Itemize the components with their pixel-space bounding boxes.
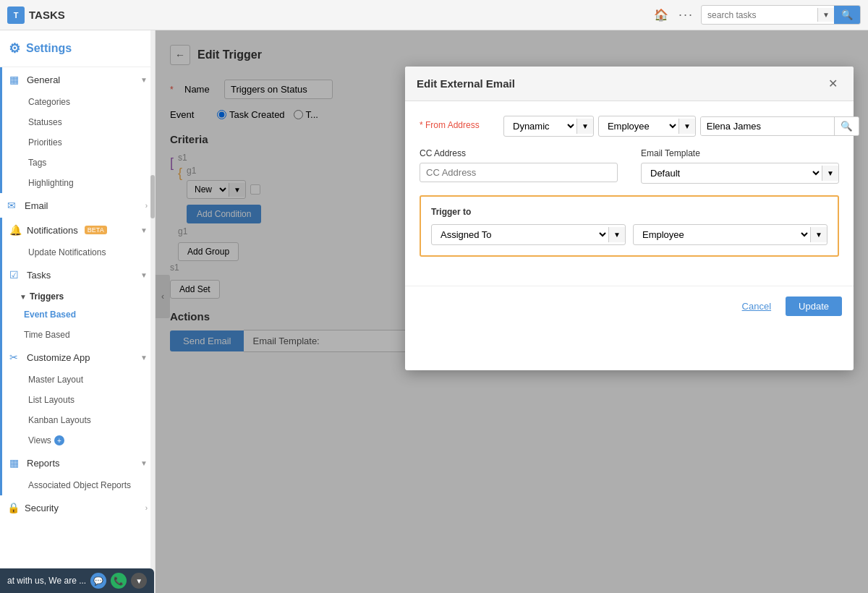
beta-badge: BETA [85, 226, 107, 234]
sidebar-label-email: Email [25, 200, 48, 211]
chevron-down-icon2: ▼ [140, 226, 148, 234]
reports-icon: ▦ [9, 457, 22, 469]
sidebar-item-associated-reports[interactable]: Associated Object Reports [2, 475, 155, 495]
app-logo: T TASKS [7, 7, 65, 24]
sidebar-item-event-based[interactable]: Event Based [2, 304, 155, 325]
from-employee-select-container: Employee ▼ [598, 116, 696, 137]
sidebar-item-customize[interactable]: ✂ Customize App ▼ [2, 345, 155, 370]
modal-overlay: Edit External Email ✕ * From Address [156, 30, 868, 593]
from-address-group: Dynamic ▼ Employee ▼ [503, 116, 859, 137]
sidebar-item-security[interactable]: 🔒 Security › [0, 495, 155, 520]
from-type-select[interactable]: Dynamic [504, 116, 576, 136]
chevron-down-icon3: ▼ [140, 271, 148, 279]
trigger-employee-select-container: Employee ▼ [633, 224, 827, 245]
sidebar-item-update-notifications[interactable]: Update Notifications [2, 242, 155, 263]
sidebar-item-statuses[interactable]: Statuses [2, 112, 155, 132]
more-icon[interactable]: ··· [678, 7, 694, 22]
sidebar-section-reports: ▦ Reports ▼ Associated Object Reports [0, 451, 155, 495]
cc-address-input[interactable] [420, 163, 618, 182]
sidebar-item-notifications[interactable]: 🔔 Notifications BETA ▼ [2, 218, 155, 242]
sidebar-item-reports[interactable]: ▦ Reports ▼ [2, 451, 155, 475]
app-name: TASKS [29, 9, 65, 21]
sidebar-item-views[interactable]: Views + [2, 430, 155, 451]
trigger-to-box: Trigger to Assigned To ▼ Employee [420, 195, 839, 257]
sidebar-item-email[interactable]: ✉ Email › [0, 193, 155, 218]
sidebar-label-tasks: Tasks [27, 270, 51, 281]
email-template-select[interactable]: Default [642, 163, 822, 183]
sidebar-item-time-based[interactable]: Time Based [2, 325, 155, 345]
from-address-label: * From Address [420, 116, 492, 130]
general-icon: ▦ [9, 74, 22, 85]
from-name-input[interactable] [701, 117, 834, 135]
trigger-employee-select[interactable]: Employee [634, 225, 810, 244]
sidebar-item-priorities[interactable]: Priorities [2, 132, 155, 153]
sidebar-item-triggers[interactable]: ▼ Triggers [2, 287, 155, 304]
sidebar-label-security: Security [25, 503, 59, 513]
modal-footer: Cancel Update [405, 286, 854, 326]
phone-icon[interactable]: 📞 [111, 573, 127, 589]
search-button[interactable]: 🔍 [834, 6, 860, 24]
assigned-to-select[interactable]: Assigned To [432, 225, 608, 244]
from-type-arrow-icon[interactable]: ▼ [576, 119, 593, 134]
sidebar-section-general: ▦ General ▼ Categories Statuses Prioriti… [0, 67, 155, 193]
sidebar-item-highlighting[interactable]: Highlighting [2, 173, 155, 193]
chat-widget[interactable]: at with us, We are ... 💬 📞 ▼ [0, 568, 154, 593]
sidebar-title: Settings [26, 42, 72, 55]
update-button[interactable]: Update [786, 296, 842, 316]
assigned-to-select-container: Assigned To ▼ [431, 224, 626, 245]
chevron-right-icon2: › [145, 504, 148, 512]
sidebar-label-triggers: Triggers [30, 291, 64, 302]
search-dropdown-btn[interactable]: ▼ [817, 8, 834, 22]
cancel-button[interactable]: Cancel [735, 296, 778, 316]
chevron-down-icon4: ▼ [140, 354, 148, 362]
sidebar-item-tasks[interactable]: ☑ Tasks ▼ [2, 263, 155, 287]
sidebar-item-master-layout[interactable]: Master Layout [2, 370, 155, 390]
cc-email-template-row: CC Address Email Template Default ▼ [420, 148, 839, 184]
sidebar-label-reports: Reports [27, 458, 60, 469]
modal-close-button[interactable]: ✕ [824, 75, 842, 92]
chat-icon[interactable]: 💬 [90, 573, 106, 589]
trigger-to-fields: Assigned To ▼ Employee ▼ [431, 224, 827, 245]
assigned-arrow-icon[interactable]: ▼ [608, 227, 625, 242]
sidebar-item-tags[interactable]: Tags [2, 153, 155, 173]
modal-title: Edit External Email [417, 77, 515, 90]
security-icon: 🔒 [7, 502, 20, 513]
from-employee-select[interactable]: Employee [599, 116, 678, 136]
home-icon[interactable]: 🏠 [654, 8, 668, 22]
template-arrow-icon[interactable]: ▼ [822, 166, 838, 181]
sidebar-section-customize: ✂ Customize App ▼ Master Layout List Lay… [0, 345, 155, 451]
chat-down-icon[interactable]: ▼ [131, 573, 147, 589]
chevron-right-icon: › [145, 202, 148, 210]
from-name-search-button[interactable]: 🔍 [834, 117, 859, 135]
logo-icon: T [7, 7, 25, 24]
main-content: ← Edit Trigger * Name Event Task Created… [156, 30, 868, 593]
chat-text: at with us, We are ... [7, 576, 86, 586]
sidebar: ⚙ Settings ▦ General ▼ Categories Status… [0, 30, 156, 593]
employee-arrow-icon[interactable]: ▼ [678, 119, 695, 134]
gear-icon: ⚙ [9, 40, 20, 56]
search-input[interactable] [702, 7, 817, 23]
chevron-down-icon5: ▼ [140, 459, 148, 467]
chevron-down-icon: ▼ [140, 76, 148, 84]
sidebar-item-general[interactable]: ▦ General ▼ [2, 67, 155, 92]
from-address-row: * From Address Dynamic ▼ [420, 116, 839, 137]
bell-icon: 🔔 [9, 224, 22, 236]
email-icon: ✉ [7, 200, 20, 211]
sidebar-header: ⚙ Settings [0, 30, 155, 67]
plus-icon: + [54, 435, 64, 445]
topbar: T TASKS 🏠 ··· ▼ 🔍 [0, 0, 868, 30]
search-container: ▼ 🔍 [701, 5, 861, 25]
email-template-select-container: Default ▼ [641, 163, 839, 184]
from-type-select-container: Dynamic ▼ [503, 116, 594, 137]
sidebar-label-notifications: Notifications [27, 225, 78, 236]
sidebar-item-categories[interactable]: Categories [2, 92, 155, 112]
sidebar-label-customize: Customize App [27, 352, 90, 363]
email-template-label: Email Template [641, 148, 839, 158]
sidebar-item-list-layouts[interactable]: List Layouts [2, 390, 155, 410]
trigger-arrow-icon[interactable]: ▼ [810, 227, 827, 242]
chevron-down-small-icon: ▼ [20, 293, 27, 301]
email-template-group: Email Template Default ▼ [641, 148, 839, 184]
modal-header: Edit External Email ✕ [405, 67, 854, 101]
sidebar-item-kanban-layouts[interactable]: Kanban Layouts [2, 410, 155, 430]
cc-address-label: CC Address [420, 148, 618, 158]
